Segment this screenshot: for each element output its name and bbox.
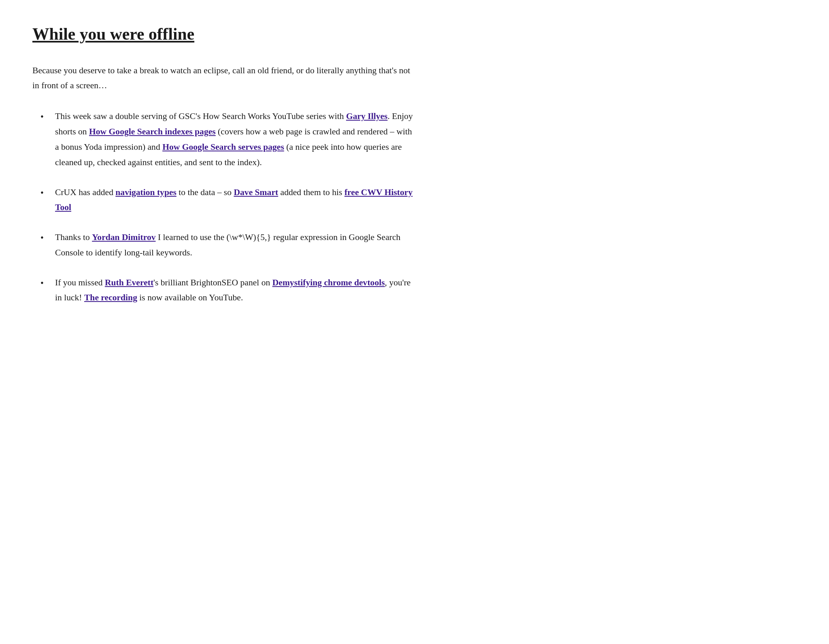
- list-item: This week saw a double serving of GSC's …: [40, 109, 413, 170]
- content-list: This week saw a double serving of GSC's …: [32, 109, 413, 306]
- the-recording-link[interactable]: The recording: [84, 293, 137, 302]
- item-4-text-mid1: 's brilliant BrightonSEO panel on: [153, 278, 272, 287]
- demystifying-chrome-devtools-link[interactable]: Demystifying chrome devtools: [272, 278, 385, 287]
- item-4-text-before: If you missed: [55, 278, 105, 287]
- how-google-indexes-link[interactable]: How Google Search indexes pages: [89, 127, 216, 136]
- gary-illyes-link[interactable]: Gary Illyes: [346, 111, 388, 121]
- item-3-text-before: Thanks to: [55, 232, 92, 242]
- page-title: While you were offline: [32, 24, 413, 44]
- dave-smart-link[interactable]: Dave Smart: [234, 187, 278, 197]
- item-4-text-after: is now available on YouTube.: [137, 293, 243, 302]
- navigation-types-link[interactable]: navigation types: [115, 187, 176, 197]
- how-google-serves-link[interactable]: How Google Search serves pages: [162, 142, 284, 152]
- item-2-text-before: CrUX has added: [55, 187, 115, 197]
- ruth-everett-link[interactable]: Ruth Everett: [105, 278, 153, 287]
- item-2-text-mid2: added them to his: [278, 187, 344, 197]
- list-item: Thanks to Yordan Dimitrov I learned to u…: [40, 230, 413, 261]
- item-1-text-before: This week saw a double serving of GSC's …: [55, 111, 346, 121]
- item-2-text-mid1: to the data – so: [176, 187, 234, 197]
- list-item: CrUX has added navigation types to the d…: [40, 185, 413, 216]
- list-item: If you missed Ruth Everett's brilliant B…: [40, 275, 413, 306]
- yordan-dimitrov-link[interactable]: Yordan Dimitrov: [92, 232, 155, 242]
- intro-paragraph: Because you deserve to take a break to w…: [32, 63, 413, 93]
